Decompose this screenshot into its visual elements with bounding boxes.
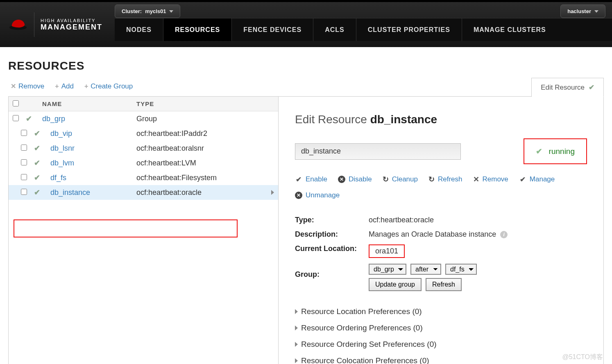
- resource-name[interactable]: db_vip: [50, 129, 72, 138]
- resource-name[interactable]: db_lvm: [50, 159, 74, 167]
- table-row[interactable]: ✔ df_fs ocf:heartbeat:Filesystem: [9, 170, 278, 185]
- chevron-right-icon: [295, 326, 298, 330]
- create-group-action[interactable]: +Create Group: [84, 82, 133, 90]
- refresh-icon: ↻: [383, 175, 389, 184]
- chevron-right-icon: [271, 190, 274, 195]
- select-all-checkbox[interactable]: [13, 100, 19, 106]
- resource-name[interactable]: db_instance: [50, 188, 90, 197]
- manage-action[interactable]: ✔Manage: [519, 175, 555, 184]
- check-icon: ✔: [34, 174, 40, 182]
- pref-ordering[interactable]: Resource Ordering Preferences (0): [295, 320, 587, 336]
- row-checkbox[interactable]: [21, 174, 27, 180]
- cleanup-label: Cleanup: [392, 175, 418, 183]
- preferences-list: Resource Location Preferences (0) Resour…: [295, 303, 587, 364]
- position-select[interactable]: after: [410, 264, 441, 275]
- chevron-right-icon: [295, 342, 298, 347]
- refresh-group-button[interactable]: Refresh: [426, 278, 462, 291]
- add-label: Add: [61, 82, 74, 90]
- group-label: Group:: [295, 264, 369, 279]
- cluster-row: Cluster: mycls01 hacluster: [115, 2, 612, 18]
- chevron-down-icon: [169, 10, 173, 13]
- group-select[interactable]: db_grp: [369, 264, 406, 275]
- disable-action[interactable]: ✕Disable: [338, 175, 372, 184]
- row-checkbox[interactable]: [13, 115, 19, 121]
- add-action[interactable]: +Add: [55, 82, 74, 90]
- remove-label: Remove: [483, 175, 508, 183]
- x-icon: ✕: [11, 83, 16, 90]
- pref-label: Resource Ordering Set Preferences (0): [301, 340, 437, 349]
- nav-manage-clusters[interactable]: MANAGE CLUSTERS: [462, 18, 558, 41]
- table-row[interactable]: ✔ db_vip ocf:heartbeat:IPaddr2: [9, 126, 278, 141]
- unmanage-action[interactable]: ✕Unmanage: [295, 191, 340, 199]
- plus-icon: +: [55, 83, 59, 90]
- manage-label: Manage: [530, 175, 555, 183]
- check-icon: ✔: [519, 175, 526, 184]
- name-status-line: ✔ running: [295, 138, 587, 164]
- remove-action[interactable]: ✕Remove: [473, 175, 508, 184]
- table-row[interactable]: ✔ db_lsnr ocf:heartbeat:oralsnr: [9, 141, 278, 156]
- pref-location[interactable]: Resource Location Preferences (0): [295, 303, 587, 320]
- resource-type: ocf:heartbeat:IPaddr2: [136, 129, 278, 138]
- create-group-label: Create Group: [91, 82, 133, 90]
- resource-name-input[interactable]: [295, 143, 461, 160]
- nav-resources[interactable]: RESOURCES: [163, 18, 231, 41]
- info-icon[interactable]: i: [500, 231, 508, 238]
- table-row[interactable]: ✔ db_lvm ocf:heartbeat:LVM: [9, 156, 278, 170]
- row-checkbox[interactable]: [21, 130, 27, 136]
- edit-resource-tab[interactable]: Edit Resource ✔: [531, 78, 604, 97]
- nav-fence[interactable]: FENCE DEVICES: [231, 18, 313, 41]
- row-checkbox[interactable]: [21, 189, 27, 195]
- table-row-selected[interactable]: ✔ db_instance ocf:heartbeat:oracle: [9, 185, 278, 200]
- chevron-right-icon: [295, 358, 298, 363]
- resource-name[interactable]: db_grp: [42, 115, 65, 123]
- redhat-icon: [8, 16, 28, 33]
- resource-name[interactable]: df_fs: [50, 174, 66, 182]
- enable-action[interactable]: ✔Enable: [295, 175, 327, 184]
- after-resource-select[interactable]: df_fs: [445, 264, 477, 275]
- nav-cluster-properties[interactable]: CLUSTER PROPERTIES: [356, 18, 462, 41]
- user-menu[interactable]: hacluster: [560, 5, 605, 18]
- refresh-action[interactable]: ↻Refresh: [428, 175, 462, 184]
- resource-type: ocf:heartbeat:oracle: [136, 188, 278, 197]
- location-label: Current Location:: [295, 244, 369, 258]
- check-icon: ✔: [295, 175, 302, 184]
- type-value: ocf:heartbeat:oracle: [369, 216, 434, 224]
- top-bar: HIGH AVAILABILITY MANAGEMENT Cluster: my…: [0, 0, 612, 47]
- pref-label: Resource Ordering Preferences (0): [301, 323, 423, 332]
- resource-name[interactable]: db_lsnr: [50, 144, 75, 152]
- circle-x-icon: ✕: [295, 192, 302, 199]
- main-nav: NODES RESOURCES FENCE DEVICES ACLS CLUST…: [115, 18, 612, 41]
- resource-actions: ✔Enable ✕Disable ↻Cleanup ↻Refresh ✕Remo…: [295, 175, 587, 199]
- status-text: running: [549, 147, 575, 156]
- cleanup-action[interactable]: ↻Cleanup: [383, 175, 418, 184]
- cluster-label: Cluster:: [122, 8, 142, 14]
- row-checkbox[interactable]: [21, 159, 27, 165]
- description-label: Description:: [295, 230, 369, 239]
- update-group-button[interactable]: Update group: [369, 278, 422, 291]
- pref-label: Resource Location Preferences (0): [301, 307, 422, 316]
- detail: Edit Resource db_instance ✔ running ✔Ena…: [279, 99, 603, 364]
- header-stack: Cluster: mycls01 hacluster NODES RESOURC…: [115, 2, 612, 47]
- brand-divider: [34, 12, 34, 37]
- detail-pane: Edit Resource ✔ Edit Resource db_instanc…: [279, 97, 604, 364]
- check-icon: ✔: [34, 144, 40, 152]
- brand-text: HIGH AVAILABILITY MANAGEMENT: [41, 18, 102, 32]
- nav-nodes[interactable]: NODES: [115, 18, 163, 41]
- resource-type: Group: [136, 115, 278, 123]
- pref-colocation[interactable]: Resource Colocation Preferences (0): [295, 353, 587, 364]
- col-type: TYPE: [136, 100, 278, 107]
- nav-acls[interactable]: ACLS: [313, 18, 356, 41]
- watermark: @51CTO博客: [562, 353, 603, 362]
- detail-title: Edit Resource db_instance: [295, 113, 587, 126]
- table-row[interactable]: ✔ db_grp Group: [9, 111, 278, 126]
- pref-ordering-set[interactable]: Resource Ordering Set Preferences (0): [295, 336, 587, 353]
- cluster-name: mycls01: [145, 8, 166, 14]
- check-icon: ✔: [34, 129, 40, 138]
- check-icon: ✔: [34, 159, 40, 167]
- detail-title-name: db_instance: [370, 113, 437, 126]
- remove-action[interactable]: ✕Remove: [11, 82, 44, 90]
- location-value: ora101: [369, 244, 405, 258]
- check-icon: ✔: [589, 83, 594, 92]
- row-checkbox[interactable]: [21, 145, 27, 151]
- cluster-selector[interactable]: Cluster: mycls01: [115, 5, 180, 18]
